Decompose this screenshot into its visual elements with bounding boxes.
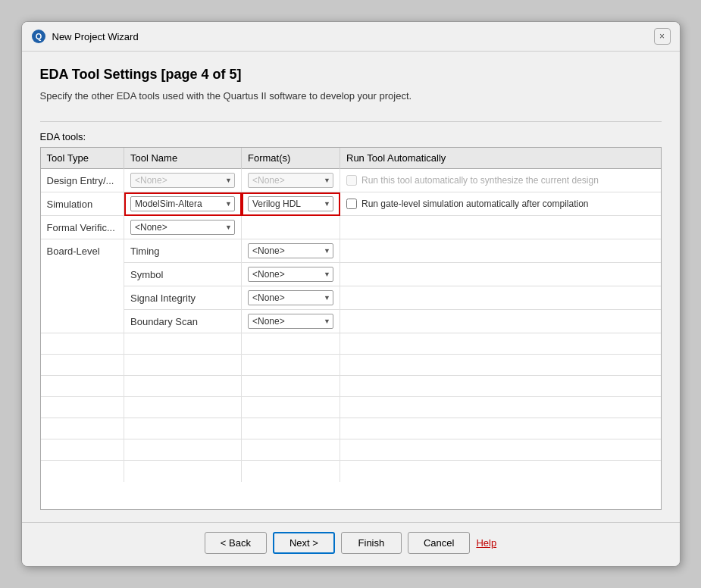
cell-type-formal: Formal Verific...	[41, 216, 124, 239]
format-select-signal[interactable]: <None>	[248, 290, 333, 305]
name-select-wrapper-formal: <None> ▼	[130, 220, 235, 235]
next-button[interactable]: Next >	[273, 532, 335, 554]
table-row: Signal Integrity <None> ▼	[41, 286, 661, 310]
format-select-symbol[interactable]: <None>	[248, 267, 333, 282]
cell-format-timing: <None> ▼	[242, 239, 340, 263]
header-tool-type: Tool Type	[41, 148, 124, 169]
table-row: Boundary Scan <None> ▼	[41, 310, 661, 333]
name-select-wrapper-design: <None> ▼	[130, 173, 235, 188]
name-select-design[interactable]: <None>	[130, 173, 235, 188]
table-row-empty	[41, 461, 661, 482]
name-select-formal[interactable]: <None>	[130, 220, 235, 235]
main-window: Q New Project Wizard × EDA Tool Settings…	[21, 21, 681, 567]
table-row-empty	[41, 418, 661, 439]
cell-name-timing: Timing	[124, 239, 242, 263]
format-select-design[interactable]: <None>	[248, 173, 333, 188]
table-row-empty	[41, 355, 661, 376]
auto-checkbox-design[interactable]	[346, 175, 357, 186]
auto-checkbox-row-simulation: Run gate-level simulation automatically …	[346, 199, 655, 209]
header-tool-name: Tool Name	[124, 148, 242, 169]
cell-type-board: Board-Level	[41, 239, 124, 333]
cell-auto-timing	[340, 239, 661, 263]
format-select-wrapper-simulation: <None> Verilog HDL VHDL SystemVerilog ▼	[248, 196, 333, 211]
cell-format-symbol: <None> ▼	[242, 263, 340, 286]
table-row-empty	[41, 397, 661, 418]
page-title: EDA Tool Settings [page 4 of 5]	[40, 67, 662, 83]
cell-type-simulation: Simulation	[41, 192, 124, 216]
eda-tools-table-container: Tool Type Tool Name Format(s) Run Tool A…	[40, 147, 662, 510]
name-select-wrapper-simulation: <None> ModelSim-Altera ModelSim VCS VCS …	[130, 196, 235, 211]
table-row: Design Entry/... <None> ▼	[41, 169, 661, 192]
table-row-empty	[41, 333, 661, 355]
cancel-button[interactable]: Cancel	[408, 532, 470, 554]
table-row: Simulation <None> ModelSim-Altera ModelS…	[41, 192, 661, 216]
cell-auto-formal	[340, 216, 661, 239]
cell-format-signal-integrity: <None> ▼	[242, 286, 340, 310]
cell-auto-boundary	[340, 310, 661, 333]
header-run-auto: Run Tool Automatically	[340, 148, 661, 169]
name-select-simulation[interactable]: <None> ModelSim-Altera ModelSim VCS VCS …	[130, 196, 235, 211]
cell-name-signal-integrity: Signal Integrity	[124, 286, 242, 310]
footer: < Back Next > Finish Cancel Help	[22, 522, 680, 566]
auto-checkbox-row-design: Run this tool automatically to synthesiz…	[346, 175, 655, 186]
section-label: EDA tools:	[40, 131, 662, 142]
close-button[interactable]: ×	[654, 28, 671, 45]
auto-label-design: Run this tool automatically to synthesiz…	[361, 175, 599, 186]
cell-format-simulation: <None> Verilog HDL VHDL SystemVerilog ▼	[242, 192, 340, 216]
auto-label-simulation: Run gate-level simulation automatically …	[361, 199, 588, 209]
cell-name-simulation: <None> ModelSim-Altera ModelSim VCS VCS …	[124, 192, 242, 216]
table-row-empty	[41, 376, 661, 397]
cell-name-design: <None> ▼	[124, 169, 242, 192]
format-select-wrapper-timing: <None> ▼	[248, 243, 333, 258]
format-select-boundary[interactable]: <None>	[248, 314, 333, 329]
cell-auto-signal	[340, 286, 661, 310]
table-row: Symbol <None> ▼	[41, 263, 661, 286]
content-area: EDA Tool Settings [page 4 of 5] Specify …	[22, 52, 680, 522]
table-row: Board-Level Timing <None> ▼	[41, 239, 661, 263]
svg-text:Q: Q	[35, 32, 42, 41]
table-row-empty	[41, 439, 661, 461]
table-row: Formal Verific... <None> ▼	[41, 216, 661, 239]
divider	[40, 121, 662, 122]
cell-name-boundary-scan: Boundary Scan	[124, 310, 242, 333]
title-bar: Q New Project Wizard ×	[22, 22, 680, 52]
format-select-simulation[interactable]: <None> Verilog HDL VHDL SystemVerilog	[248, 196, 333, 211]
cell-auto-design: Run this tool automatically to synthesiz…	[340, 169, 661, 192]
page-description: Specify the other EDA tools used with th…	[40, 90, 662, 102]
help-button[interactable]: Help	[476, 532, 496, 554]
finish-button[interactable]: Finish	[341, 532, 402, 554]
cell-format-boundary-scan: <None> ▼	[242, 310, 340, 333]
title-bar-left: Q New Project Wizard	[31, 29, 139, 44]
window-title: New Project Wizard	[52, 31, 139, 42]
format-select-timing[interactable]: <None>	[248, 243, 333, 258]
cell-name-symbol: Symbol	[124, 263, 242, 286]
format-select-wrapper-design: <None> ▼	[248, 173, 333, 188]
cell-format-formal	[242, 216, 340, 239]
cell-format-design: <None> ▼	[242, 169, 340, 192]
format-select-wrapper-boundary: <None> ▼	[248, 314, 333, 329]
cell-name-formal: <None> ▼	[124, 216, 242, 239]
auto-checkbox-simulation[interactable]	[346, 199, 357, 209]
format-select-wrapper-signal: <None> ▼	[248, 290, 333, 305]
table-header-row: Tool Type Tool Name Format(s) Run Tool A…	[41, 148, 661, 169]
cell-type-design: Design Entry/...	[41, 169, 124, 192]
format-select-wrapper-symbol: <None> ▼	[248, 267, 333, 282]
header-formats: Format(s)	[242, 148, 340, 169]
cell-auto-symbol	[340, 263, 661, 286]
cell-auto-simulation: Run gate-level simulation automatically …	[340, 192, 661, 216]
app-icon: Q	[31, 29, 46, 44]
eda-tools-table: Tool Type Tool Name Format(s) Run Tool A…	[41, 148, 661, 482]
back-button[interactable]: < Back	[205, 532, 267, 554]
